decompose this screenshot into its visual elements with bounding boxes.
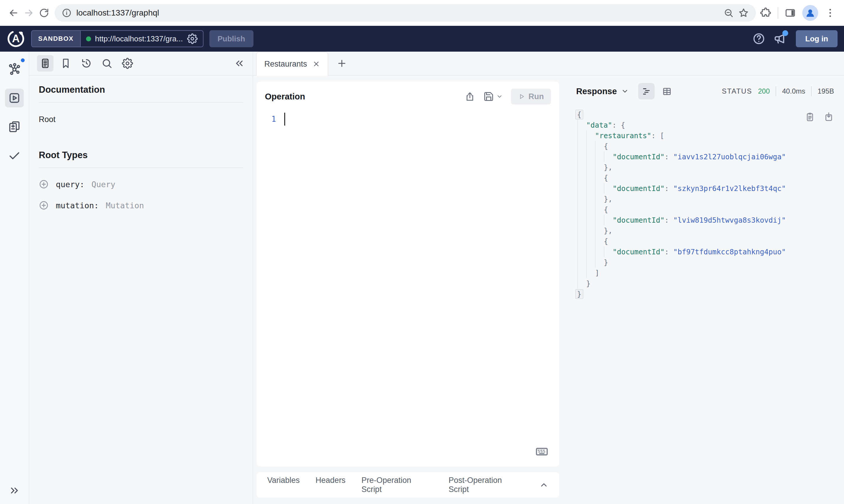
- rail-explorer-icon[interactable]: [5, 89, 24, 107]
- root-type-name[interactable]: Query: [92, 180, 116, 189]
- expand-plus-icon[interactable]: [39, 179, 49, 189]
- collapse-panel-icon[interactable]: [234, 58, 245, 69]
- response-size: 195B: [817, 87, 834, 95]
- apollo-logo-icon[interactable]: [6, 29, 25, 48]
- divider: [39, 167, 243, 168]
- bottom-tab-post-operation-script[interactable]: Post-Operation Script: [448, 476, 523, 494]
- response-dropdown-chevron-icon[interactable]: [621, 87, 629, 95]
- meta-divider: [776, 86, 776, 96]
- zoom-out-icon[interactable]: [724, 8, 734, 18]
- rail-checks-icon[interactable]: [5, 146, 24, 165]
- indent-guide: [595, 257, 604, 268]
- response-json-line: "data": {: [576, 120, 834, 130]
- response-json-line: {: [576, 204, 834, 215]
- root-type-row[interactable]: query:Query: [39, 179, 243, 189]
- json-token: },: [604, 195, 613, 203]
- publish-button[interactable]: Publish: [209, 30, 254, 47]
- indent-guide: [595, 225, 604, 236]
- operation-code-editor[interactable]: 1: [257, 107, 559, 466]
- response-json-line: "documentId": "bf97tfdumkcc8ptahkng4puo": [576, 247, 834, 257]
- run-button[interactable]: Run: [511, 89, 551, 105]
- extensions-icon[interactable]: [760, 7, 771, 18]
- endpoint-pill: SANDBOX http://localhost:1337/gra...: [31, 30, 204, 47]
- connection-settings-gear-icon[interactable]: [187, 33, 197, 44]
- rail-schema-icon[interactable]: [5, 60, 24, 78]
- indent-guide: [595, 173, 604, 183]
- explorer-settings-gear-icon[interactable]: [119, 55, 136, 72]
- browser-reload-button[interactable]: [36, 5, 52, 20]
- browser-back-button[interactable]: [6, 5, 21, 20]
- json-token: },: [604, 163, 613, 172]
- connection-status-dot: [86, 36, 91, 41]
- table-view-toggle[interactable]: [659, 83, 675, 100]
- root-type-row[interactable]: mutation:Mutation: [39, 200, 243, 210]
- indent-guide: [595, 204, 604, 215]
- save-operation-button[interactable]: [483, 91, 503, 102]
- keyboard-shortcuts-icon[interactable]: [535, 445, 549, 458]
- root-type-name[interactable]: Mutation: [106, 201, 144, 210]
- search-icon[interactable]: [99, 55, 115, 72]
- operation-tab[interactable]: Restaurants: [256, 52, 328, 76]
- json-token: "documentId": [613, 152, 665, 161]
- help-icon[interactable]: [752, 32, 765, 45]
- download-response-icon[interactable]: [824, 111, 834, 122]
- editor-bottom-tabs: VariablesHeadersPre-Operation ScriptPost…: [257, 472, 559, 498]
- response-json-line: }: [576, 289, 834, 299]
- indent-guide: [604, 151, 613, 162]
- bottom-tab-headers[interactable]: Headers: [316, 476, 346, 494]
- documentation-toolbar: [29, 52, 253, 76]
- browser-forward-button[interactable]: [21, 5, 36, 20]
- site-info-icon[interactable]: [62, 8, 72, 18]
- rail-changelog-icon[interactable]: [5, 118, 24, 136]
- json-token: "documentId": [613, 216, 665, 224]
- expand-bottom-panel-icon[interactable]: [539, 480, 549, 490]
- json-token: :: [651, 131, 660, 140]
- close-tab-icon[interactable]: [312, 60, 320, 68]
- indent-guide: [586, 130, 595, 141]
- expand-plus-icon[interactable]: [39, 200, 49, 210]
- sandbox-header: SANDBOX http://localhost:1337/gra... Pub…: [0, 26, 844, 52]
- indent-guide: [586, 141, 595, 151]
- json-token: {: [621, 121, 625, 129]
- json-token: :: [612, 121, 621, 129]
- address-bar[interactable]: localhost:1337/graphql: [55, 4, 756, 22]
- json-view-toggle[interactable]: [638, 83, 655, 100]
- browser-menu-icon[interactable]: [825, 7, 836, 18]
- endpoint-field[interactable]: http://localhost:1337/gra...: [81, 31, 203, 47]
- indent-guide: [578, 162, 586, 173]
- copy-response-icon[interactable]: [805, 111, 815, 122]
- operation-title: Operation: [265, 92, 305, 102]
- bottom-tab-variables[interactable]: Variables: [267, 476, 300, 494]
- schema-notification-dot: [20, 57, 25, 63]
- announcements-icon[interactable]: [774, 32, 787, 46]
- indent-guide: [595, 162, 604, 173]
- json-token: {: [604, 237, 608, 246]
- documentation-tab-icon[interactable]: [37, 55, 53, 72]
- saved-operations-icon[interactable]: [57, 55, 74, 72]
- json-token: "bf97tfdumkcc8ptahkng4puo": [673, 248, 786, 256]
- side-panel-icon[interactable]: [785, 7, 796, 18]
- bookmark-star-icon[interactable]: [738, 7, 749, 18]
- root-type-field[interactable]: mutation:: [56, 201, 99, 210]
- browser-actions: [760, 5, 838, 21]
- indent-guide: [586, 225, 595, 236]
- endpoint-url[interactable]: http://localhost:1337/gra...: [95, 34, 183, 43]
- bottom-tab-pre-operation-script[interactable]: Pre-Operation Script: [362, 476, 433, 494]
- url-text[interactable]: localhost:1337/graphql: [76, 8, 719, 18]
- left-rail: [0, 52, 29, 504]
- indent-guide: [578, 141, 586, 151]
- indent-guide: [586, 194, 595, 204]
- response-header: Response STATUS 200 40.0ms 195B: [576, 76, 834, 107]
- announcements-notification-dot: [782, 30, 788, 36]
- history-icon[interactable]: [78, 55, 94, 72]
- root-type-field[interactable]: query:: [56, 180, 85, 189]
- response-body: {"data": {"restaurants": [{"documentId":…: [576, 107, 834, 504]
- json-token: }: [586, 279, 590, 288]
- response-json-line: {: [576, 109, 834, 120]
- root-link[interactable]: Root: [39, 115, 243, 124]
- login-button[interactable]: Log in: [796, 30, 838, 47]
- share-operation-icon[interactable]: [465, 91, 475, 102]
- profile-avatar[interactable]: [802, 5, 818, 21]
- new-tab-icon[interactable]: [337, 58, 347, 69]
- rail-expand-icon[interactable]: [8, 485, 20, 497]
